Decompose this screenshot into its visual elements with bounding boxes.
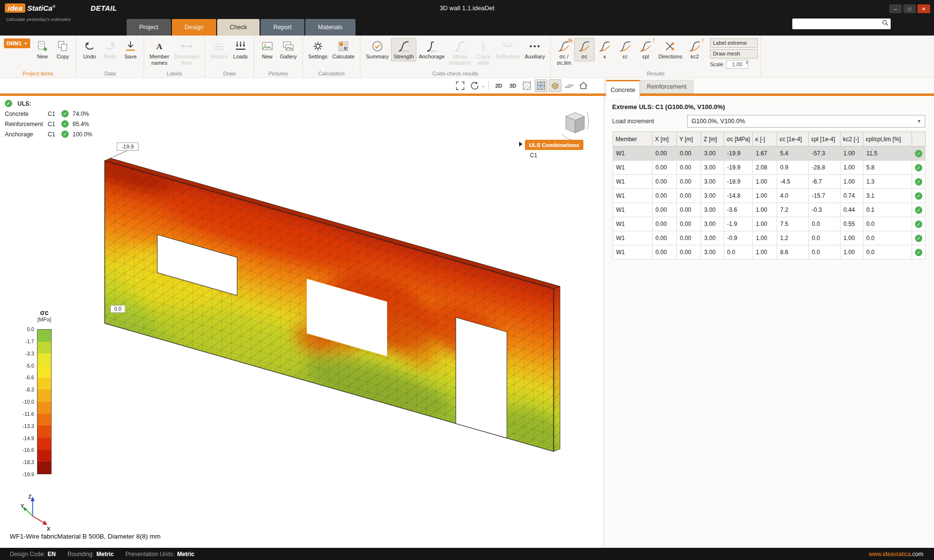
spinner-arrows-icon[interactable]: ▴▾ (746, 60, 748, 64)
scale-input[interactable]: 1.00▴▾ (726, 60, 748, 69)
table-row[interactable]: W10.000.003.00-0.91.001.20.01.000.0✓ (613, 231, 926, 245)
tab-materials[interactable]: Materials (305, 19, 355, 36)
rotate-view-icon[interactable] (468, 79, 481, 92)
project-item-selector[interactable]: DRM1▼ (4, 38, 30, 48)
ribbon-button-label: Copy (56, 54, 69, 60)
ribbon-button-strength[interactable]: Strength (391, 38, 416, 61)
tab-project[interactable]: Project (127, 19, 171, 36)
tab-check[interactable]: Check (217, 19, 260, 36)
chevron-down-icon[interactable]: ⌄ (481, 83, 485, 88)
color-band (37, 366, 51, 378)
table-cell: 0.00 (653, 189, 677, 203)
c-c-lim-icon: % (558, 39, 570, 53)
ribbon-group-buttons: RebarsLoads (208, 38, 250, 69)
warning-badge: ! (653, 38, 654, 43)
solid-model-view-icon[interactable] (549, 79, 561, 92)
check-ok-icon: ✓ (915, 221, 922, 228)
ribbon-button-stress-limitation: Stress limitation (447, 38, 473, 67)
table-row[interactable]: W10.000.003.00-3.61.007.2-0.30.440.1✓ (613, 203, 926, 217)
combination-item[interactable]: C1 (530, 152, 537, 159)
search-box[interactable] (792, 19, 891, 29)
home-view-icon[interactable] (577, 79, 590, 92)
ribbon-button-kc2[interactable]: !kc2 (685, 38, 705, 61)
stress-limitation-icon (454, 39, 467, 53)
ribbon-button-label: Crack width (476, 54, 490, 66)
table-row[interactable]: W10.000.003.000.01.008.60.01.000.0✓ (613, 245, 926, 260)
module-tabs: ProjectDesignCheckReportMaterials (127, 19, 355, 36)
member-names-icon: A (153, 39, 166, 53)
color-scale-title: σc (37, 309, 52, 317)
table-cell: 0.0 (863, 245, 912, 260)
ribbon-button-auxiliary[interactable]: Auxiliary (522, 38, 547, 61)
ribbon-group-label: Pictures (254, 71, 302, 76)
tab-report[interactable]: Report (261, 19, 304, 36)
close-button[interactable]: ✕ (917, 4, 930, 13)
viewport-canvas[interactable]: -19.9 0.0 Z Y X (0, 96, 602, 548)
ribbon-button-c[interactable]: σc (574, 38, 595, 61)
combinations-expander-icon[interactable] (519, 142, 523, 147)
gallery-icon (282, 39, 295, 53)
maximize-button[interactable]: □ (903, 4, 916, 13)
uls-summary: ✓ULS:ConcreteC1✓74.0%ReinforcementC1✓95.… (5, 100, 93, 139)
ribbon-button-summary[interactable]: Summary (363, 38, 391, 61)
ribbon-button-save[interactable]: Save (120, 38, 141, 61)
table-row[interactable]: W10.000.003.00-18.91.00-4.5-6.71.001.3✓ (613, 175, 926, 189)
ribbon-button-copy[interactable]: Copy (53, 38, 73, 61)
ribbon-button-rebars: Rebars (208, 38, 230, 61)
table-row[interactable]: W10.000.003.00-19.92.080.9-28.81.005.8✓ (613, 161, 926, 175)
color-band (37, 402, 51, 414)
ribbon-button-new[interactable]: New (257, 38, 278, 61)
ribbon-button-deflection: Deflection (494, 38, 523, 61)
ribbon-button-loads[interactable]: Loads (230, 38, 251, 61)
website-suffix: .com (911, 551, 923, 558)
ribbon-button-undo[interactable]: Undo (79, 38, 100, 61)
calculate-icon (337, 39, 350, 53)
section-plane-view-icon[interactable] (563, 79, 576, 92)
wireframe-mesh-view-icon[interactable] (521, 79, 533, 92)
ribbon-button-c[interactable]: εc (615, 38, 635, 61)
table-row[interactable]: W10.000.003.00-1.91.007.50.00.550.0✓ (613, 217, 926, 231)
column-header: Member (613, 132, 653, 147)
table-cell: 0.0 (809, 231, 841, 245)
color-band (37, 462, 51, 474)
navigation-cube[interactable] (561, 112, 589, 140)
tab-concrete[interactable]: Concrete (606, 80, 640, 98)
ribbon-button-member-names[interactable]: AMember names (147, 38, 171, 67)
view-2d-button[interactable]: 2D (492, 79, 505, 92)
ribbon-button-gallery[interactable]: Gallery (278, 38, 299, 61)
minimize-button[interactable]: – (889, 4, 902, 13)
ribbon-button-settings[interactable]: Settings (306, 38, 330, 61)
statusbar-value: Metric (96, 551, 113, 558)
toggle-label-extreme[interactable]: Label extreme (710, 38, 758, 48)
loads-icon (234, 39, 247, 53)
check-ok-icon: ✓ (61, 120, 69, 128)
color-band (37, 354, 51, 366)
search-icon[interactable] (882, 19, 889, 28)
ribbon-button-calculate[interactable]: Calculate (330, 38, 357, 61)
table-cell: 0.00 (677, 245, 701, 260)
table-cell: 3.00 (701, 217, 724, 231)
tab-reinforcement[interactable]: Reinforcement (640, 80, 693, 93)
ribbon-button-pl[interactable]: !εpl (635, 38, 656, 61)
fit-view-icon[interactable] (454, 79, 467, 92)
ribbon-button-item[interactable]: κ (595, 38, 615, 61)
ribbon-button-anchorage[interactable]: Anchorage (416, 38, 447, 61)
table-row[interactable]: W10.000.003.00-14.81.004.0-15.70.743.1✓ (613, 189, 926, 203)
settings-icon (312, 39, 324, 53)
column-header (912, 132, 926, 147)
surface-mesh-view-icon[interactable] (535, 79, 547, 92)
ribbon-button-new[interactable]: New (32, 38, 53, 61)
uls-combinations-button[interactable]: ULS Combinations (525, 140, 583, 150)
table-row[interactable]: W10.000.003.00-19.91.675.4-57.31.0011.5✓ (613, 147, 926, 161)
ribbon-group-buttons: NewGallery (257, 38, 299, 69)
search-input[interactable] (794, 20, 882, 27)
tab-design[interactable]: Design (172, 19, 216, 36)
toggle-draw-mesh[interactable]: Draw mesh (710, 49, 758, 58)
website-link[interactable]: www.ideastatica.com (869, 551, 923, 558)
results-panel: Concrete Reinforcement Extreme ULS: C1 (… (604, 78, 934, 548)
view-3d-button[interactable]: 3D (506, 79, 519, 92)
ribbon-button-directions[interactable]: Directions (656, 38, 685, 61)
check-name: Anchorage (5, 131, 48, 138)
ribbon-button-c-c-lim[interactable]: %σc / σc,lim (554, 38, 574, 67)
load-increment-select[interactable]: G100.0%, V100.0% ▼ (687, 115, 925, 128)
